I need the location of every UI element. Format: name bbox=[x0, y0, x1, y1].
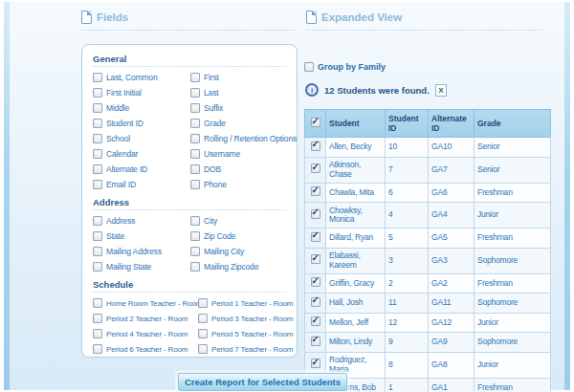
field-checkbox-item[interactable]: Address bbox=[93, 213, 190, 229]
field-checkbox-item[interactable]: Mailing State bbox=[93, 259, 190, 274]
field-checkbox-item[interactable]: Middle bbox=[93, 100, 190, 116]
row-select-cell bbox=[305, 248, 326, 273]
row-checkbox[interactable] bbox=[311, 232, 320, 242]
table-row: Chowksy, Monica 4 GA4 Junior bbox=[305, 203, 551, 229]
table-row: Atkinson, Chase 7 GA7 Senior bbox=[305, 157, 551, 183]
field-checkbox[interactable] bbox=[93, 73, 102, 82]
excel-export-icon[interactable]: X bbox=[435, 84, 447, 97]
field-checkbox-item[interactable]: Rolling / Retention Options bbox=[190, 131, 297, 146]
field-checkbox[interactable] bbox=[93, 216, 102, 226]
cell-alternate-id: GA5 bbox=[429, 229, 475, 249]
field-checkbox[interactable] bbox=[93, 298, 102, 308]
field-checkbox-item[interactable]: Mailing Address bbox=[93, 244, 190, 259]
field-checkbox-item[interactable]: Student ID bbox=[93, 116, 190, 131]
field-checkbox-item[interactable]: Period 5 Teacher - Room bbox=[198, 326, 293, 341]
row-checkbox[interactable] bbox=[311, 359, 320, 368]
field-label: Calendar bbox=[106, 149, 138, 159]
field-checkbox[interactable] bbox=[190, 103, 200, 113]
report-builder-page: Fields General Last, Common First First … bbox=[0, 0, 574, 392]
field-checkbox-item[interactable]: Alternate ID bbox=[93, 162, 190, 177]
cell-student-id: 6 bbox=[386, 183, 429, 203]
field-checkbox[interactable] bbox=[93, 262, 102, 272]
row-checkbox[interactable] bbox=[311, 277, 320, 287]
field-checkbox-item[interactable]: State bbox=[93, 229, 190, 244]
field-checkbox[interactable] bbox=[93, 314, 102, 323]
field-checkbox-item[interactable]: Zip Code bbox=[190, 229, 286, 244]
field-checkbox[interactable] bbox=[190, 247, 200, 256]
field-checkbox[interactable] bbox=[198, 298, 208, 308]
field-checkbox[interactable] bbox=[93, 149, 102, 159]
field-checkbox[interactable] bbox=[190, 164, 200, 174]
field-checkbox-item[interactable]: Period 1 Teacher - Room bbox=[198, 295, 293, 311]
cell-student: Chowksy, Monica bbox=[326, 203, 386, 229]
field-checkbox[interactable] bbox=[190, 262, 200, 272]
field-checkbox[interactable] bbox=[93, 119, 102, 128]
field-checkbox-item[interactable]: First bbox=[190, 70, 297, 85]
field-checkbox[interactable] bbox=[190, 149, 200, 159]
group-by-family-label: Group by Family bbox=[318, 62, 386, 72]
field-checkbox-item[interactable]: Email ID bbox=[93, 177, 190, 192]
row-checkbox[interactable] bbox=[311, 209, 320, 219]
field-checkbox-item[interactable]: Grade bbox=[190, 116, 297, 131]
row-checkbox[interactable] bbox=[311, 163, 320, 173]
field-checkbox[interactable] bbox=[93, 329, 102, 338]
field-checkbox[interactable] bbox=[93, 344, 102, 354]
field-checkbox[interactable] bbox=[198, 314, 208, 323]
field-checkbox-item[interactable]: Phone bbox=[190, 177, 297, 192]
field-checkbox[interactable] bbox=[198, 329, 208, 338]
cell-grade: Junior bbox=[475, 352, 551, 378]
field-checkbox[interactable] bbox=[190, 180, 200, 189]
field-checkbox-item[interactable]: Period 7 Teacher - Room bbox=[198, 341, 293, 357]
field-checkbox[interactable] bbox=[190, 134, 200, 143]
row-checkbox[interactable] bbox=[311, 337, 320, 346]
field-checkbox[interactable] bbox=[190, 88, 200, 98]
field-checkbox-item[interactable]: School bbox=[93, 131, 190, 146]
field-checkbox-item[interactable]: Last, Common bbox=[93, 70, 190, 85]
select-all-checkbox[interactable] bbox=[311, 118, 320, 127]
row-select-cell bbox=[305, 294, 326, 314]
field-checkbox[interactable] bbox=[93, 231, 102, 241]
field-checkbox-item[interactable]: Period 2 Teacher - Room bbox=[93, 311, 198, 326]
field-label: Mailing Zipcode bbox=[204, 262, 258, 272]
group-by-family-checkbox[interactable] bbox=[304, 62, 314, 72]
row-checkbox[interactable] bbox=[311, 316, 320, 326]
field-checkbox-item[interactable]: Period 3 Teacher - Room bbox=[198, 311, 293, 326]
row-checkbox[interactable] bbox=[311, 186, 320, 196]
field-checkbox-item[interactable]: Last bbox=[190, 85, 297, 100]
field-checkbox-item[interactable]: First Initial bbox=[93, 85, 190, 100]
field-label: Grade bbox=[204, 119, 226, 128]
field-checkbox[interactable] bbox=[93, 247, 102, 256]
field-checkbox[interactable] bbox=[93, 103, 102, 113]
field-checkbox-item[interactable]: Home Room Teacher - Room bbox=[93, 295, 198, 311]
field-checkbox-item[interactable]: DOB bbox=[190, 162, 297, 177]
field-checkbox-item[interactable]: Calendar bbox=[93, 146, 190, 162]
row-checkbox[interactable] bbox=[311, 142, 320, 151]
field-label: Period 3 Teacher - Room bbox=[211, 315, 293, 323]
field-checkbox-item[interactable]: Period 4 Teacher - Room bbox=[93, 326, 198, 341]
cell-student: Hall, Josh bbox=[326, 294, 386, 314]
field-checkbox[interactable] bbox=[190, 73, 200, 82]
field-checkbox[interactable] bbox=[190, 216, 200, 226]
header-grade: Grade bbox=[475, 110, 551, 138]
field-checkbox[interactable] bbox=[93, 164, 102, 174]
field-checkbox[interactable] bbox=[190, 119, 200, 128]
field-checkbox[interactable] bbox=[190, 231, 200, 241]
row-select-cell bbox=[305, 203, 326, 229]
field-checkbox[interactable] bbox=[93, 134, 102, 143]
field-checkbox-item[interactable]: Mailing City bbox=[190, 244, 286, 259]
select-all-header-cell bbox=[305, 110, 326, 138]
cell-grade: Sophomore bbox=[475, 333, 551, 353]
field-checkbox-item[interactable]: Suffix bbox=[190, 100, 297, 116]
field-checkbox-item[interactable]: Mailing Zipcode bbox=[190, 259, 286, 274]
field-checkbox[interactable] bbox=[93, 180, 102, 189]
row-checkbox[interactable] bbox=[311, 254, 320, 264]
section-grid: Last, Common First First Initial Last Mi… bbox=[93, 70, 286, 192]
group-by-family-option[interactable]: Group by Family bbox=[304, 62, 386, 72]
field-checkbox[interactable] bbox=[93, 88, 102, 98]
field-checkbox-item[interactable]: Username bbox=[190, 146, 297, 162]
field-checkbox-item[interactable]: City bbox=[190, 213, 286, 229]
field-checkbox[interactable] bbox=[198, 344, 208, 354]
create-report-button[interactable]: Create Report for Selected Students bbox=[178, 373, 347, 391]
row-checkbox[interactable] bbox=[311, 297, 320, 307]
field-checkbox-item[interactable]: Period 6 Teacher - Room bbox=[93, 341, 198, 357]
